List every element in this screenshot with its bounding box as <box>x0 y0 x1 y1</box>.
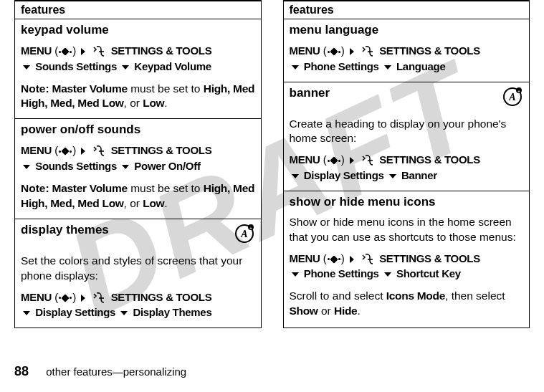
settings-label: SETTINGS & TOOLS <box>379 44 480 57</box>
note-or: , or <box>124 197 143 209</box>
extra-end: . <box>357 305 360 317</box>
arrow-down-icon <box>384 272 391 277</box>
section-title-text: banner <box>290 86 330 100</box>
page-footer: 88 other features—personalizing <box>14 364 186 379</box>
menu-label: MENU <box>290 153 320 166</box>
section-title-menu-language: menu language <box>284 19 530 40</box>
section-desc: Show or hide menu icons in the home scre… <box>290 215 524 245</box>
tools-icon <box>361 46 375 57</box>
menu-label: MENU <box>290 44 320 57</box>
note-text-mid: must be set to <box>128 182 204 194</box>
section-title-display-themes: A+ display themes <box>15 219 261 251</box>
settings-label: SETTINGS & TOOLS <box>111 291 212 303</box>
svg-text:A: A <box>508 92 515 102</box>
arrow-right-icon <box>350 48 354 55</box>
menu-label: MENU <box>21 291 52 303</box>
extra-b1: Icons Mode <box>386 290 445 302</box>
section-title-banner: A+ banner <box>284 82 530 114</box>
section-desc: Set the colors and styles of screens tha… <box>21 254 255 284</box>
center-key-icon <box>59 293 72 303</box>
note-text: Note: Master Volume must be set to High,… <box>21 181 255 211</box>
arrow-down-icon <box>122 65 129 70</box>
menu-label: MENU <box>290 252 320 264</box>
note-label: Note: <box>21 182 49 194</box>
arrow-down-icon <box>389 174 396 178</box>
section-title-keypad-volume: keypad volume <box>15 19 261 40</box>
submenu-1: Sounds Settings <box>35 60 117 72</box>
submenu-1: Display Settings <box>304 169 384 181</box>
arrow-down-icon <box>23 311 30 315</box>
note-last: Low <box>143 97 164 109</box>
note-end: . <box>164 197 167 209</box>
note-end: . <box>164 97 167 109</box>
submenu-2: Language <box>396 60 445 72</box>
settings-label: SETTINGS & TOOLS <box>111 144 212 156</box>
note-text-mid: must be set to <box>128 82 204 95</box>
section-title-power-sounds: power on/off sounds <box>15 118 261 140</box>
left-header: features <box>15 0 261 19</box>
section-body-menu-language: MENU () SETTINGS & TOOLS Phone Settings … <box>284 40 530 82</box>
svg-text:+: + <box>517 89 520 93</box>
center-key-icon <box>328 47 340 57</box>
arrow-down-icon <box>292 174 299 178</box>
arrow-down-icon <box>23 165 30 169</box>
menu-path: MENU () SETTINGS & TOOLS Display Setting… <box>21 290 255 321</box>
submenu-2: Banner <box>401 169 437 181</box>
submenu-2: Keypad Volume <box>134 60 211 72</box>
menu-path: MENU () SETTINGS & TOOLS Phone Settings … <box>290 43 524 75</box>
right-column: features menu language MENU () SETTINGS … <box>283 0 530 328</box>
center-key-icon <box>328 254 340 264</box>
feature-badge-icon: A+ <box>234 223 255 248</box>
extra-b3: Hide <box>334 305 357 317</box>
arrow-right-icon <box>81 48 85 55</box>
tools-icon <box>92 292 106 304</box>
arrow-right-icon <box>81 148 85 155</box>
section-body-keypad-volume: MENU () SETTINGS & TOOLS Sounds Settings… <box>15 40 261 118</box>
svg-text:+: + <box>249 226 252 230</box>
note-last: Low <box>143 197 164 209</box>
extra-pre: Scroll to and select <box>290 290 386 302</box>
center-key-icon <box>59 146 72 156</box>
extra-b2: Show <box>290 305 318 317</box>
menu-path: MENU () SETTINGS & TOOLS Phone Settings … <box>290 251 524 282</box>
tools-icon <box>92 46 106 57</box>
feature-badge-icon: A+ <box>502 86 523 111</box>
note-or: , or <box>124 97 143 109</box>
submenu-2: Shortcut Key <box>396 267 461 279</box>
submenu-1: Display Settings <box>35 306 115 318</box>
footer-text: other features—personalizing <box>46 365 186 378</box>
arrow-right-icon <box>81 295 85 302</box>
arrow-down-icon <box>122 165 129 169</box>
arrow-down-icon <box>384 65 391 70</box>
center-key-icon <box>328 156 340 166</box>
menu-label: MENU <box>21 144 52 156</box>
submenu-1: Sounds Settings <box>35 160 117 172</box>
right-header: features <box>284 0 530 19</box>
tools-icon <box>92 145 106 157</box>
page-number: 88 <box>14 364 29 378</box>
note-master-volume: Master Volume <box>49 82 128 95</box>
extra-instruction: Scroll to and select Icons Mode, then se… <box>290 289 524 319</box>
extra-or: or <box>318 305 334 317</box>
submenu-1: Phone Settings <box>304 60 379 72</box>
arrow-down-icon <box>292 272 299 277</box>
arrow-down-icon <box>292 65 299 70</box>
section-title-menu-icons: show or hide menu icons <box>284 191 530 212</box>
content-columns: features keypad volume MENU () SETTINGS … <box>0 0 544 328</box>
settings-label: SETTINGS & TOOLS <box>379 153 480 166</box>
submenu-2: Power On/Off <box>134 160 200 172</box>
submenu-2: Display Themes <box>133 306 211 318</box>
center-key-icon <box>59 47 72 57</box>
menu-path: MENU () SETTINGS & TOOLS Display Setting… <box>290 152 524 183</box>
note-label: Note: <box>21 82 49 95</box>
note-text: Note: Master Volume must be set to High,… <box>21 82 255 112</box>
tools-icon <box>361 155 375 166</box>
menu-path: MENU () SETTINGS & TOOLS Sounds Settings… <box>21 143 255 174</box>
section-body-power-sounds: MENU () SETTINGS & TOOLS Sounds Settings… <box>15 140 261 218</box>
section-desc: Create a heading to display on your phon… <box>290 117 524 147</box>
note-master-volume: Master Volume <box>49 182 128 194</box>
settings-label: SETTINGS & TOOLS <box>379 252 480 264</box>
tools-icon <box>361 254 375 265</box>
svg-text:A: A <box>240 229 247 239</box>
section-body-menu-icons: Show or hide menu icons in the home scre… <box>284 212 530 326</box>
